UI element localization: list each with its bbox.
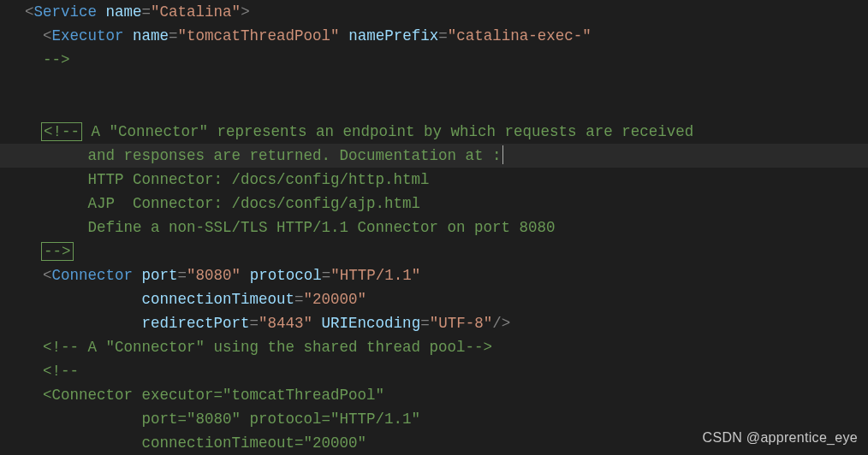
comment-close: --> — [41, 242, 74, 261]
comment-open: <!-- — [41, 122, 82, 141]
watermark: CSDN @apprentice_eye — [703, 426, 858, 450]
attr-value: "8443" — [259, 315, 312, 332]
attr-value: "catalina-exec-" — [448, 27, 592, 44]
code-line[interactable]: redirectPort="8443" URIEncoding="UTF-8"/… — [0, 311, 868, 335]
comment-text: A "Connector" represents an endpoint by … — [82, 123, 693, 140]
attr-name: name — [133, 27, 169, 44]
tag-executor: Executor — [52, 27, 124, 44]
comment-text: A "Connector" using the shared thread po… — [79, 339, 466, 356]
angle-bracket: < — [25, 3, 34, 21]
code-line[interactable]: <!-- — [0, 359, 868, 383]
angle-bracket: < — [43, 27, 52, 44]
code-line[interactable]: <Executor name="tomcatThreadPool" namePr… — [0, 24, 868, 48]
comment-close: --> — [466, 339, 493, 356]
code-line[interactable]: <Connector port="8080" protocol="HTTP/1.… — [0, 263, 868, 287]
attr-redirect-port: redirectPort — [142, 315, 250, 332]
angle-bracket: < — [43, 267, 52, 284]
comment-open: <!-- — [43, 363, 79, 380]
attr-value: "tomcatThreadPool" — [178, 27, 340, 44]
code-line[interactable]: <Service name="Catalina"> — [0, 0, 868, 24]
attr-value: "UTF-8" — [430, 315, 493, 332]
self-close: /> — [492, 315, 510, 332]
tag-connector: Connector — [52, 267, 134, 284]
code-line[interactable]: --> — [0, 239, 868, 263]
attr-uriencoding: URIEncoding — [322, 315, 421, 332]
code-line-current[interactable]: and responses are returned. Documentatio… — [0, 144, 868, 168]
text-cursor — [502, 145, 503, 164]
comment-open: <!-- — [43, 339, 79, 356]
comment-close: --> — [43, 51, 70, 68]
attr-port: port — [142, 267, 178, 284]
code-line[interactable] — [0, 96, 868, 120]
attr-value: "HTTP/1.1" — [330, 267, 420, 284]
code-line[interactable]: <!-- A "Connector" represents an endpoin… — [0, 120, 868, 144]
comment-text: and responses are returned. Documentatio… — [88, 147, 502, 164]
angle-bracket: > — [241, 3, 250, 21]
code-line[interactable]: <Connector executor="tomcatThreadPool" — [0, 383, 868, 407]
tag-service: Service — [34, 3, 98, 21]
attr-protocol: protocol — [250, 267, 322, 284]
code-line[interactable]: HTTP Connector: /docs/config/http.html — [0, 168, 868, 192]
attr-connection-timeout: connectionTimeout — [142, 291, 295, 308]
attr-value: "8080" — [187, 267, 241, 284]
code-line[interactable]: connectionTimeout="20000" — [0, 287, 868, 311]
attr-nameprefix: namePrefix — [348, 27, 438, 44]
comment-text: Define a non-SSL/TLS HTTP/1.1 Connector … — [88, 219, 556, 236]
comment-text: <Connector executor="tomcatThreadPool" — [43, 387, 384, 404]
attr-name: name — [106, 3, 142, 21]
code-line[interactable]: --> — [0, 48, 868, 72]
attr-value: "Catalina" — [151, 3, 241, 21]
comment-text: port="8080" protocol="HTTP/1.1" — [142, 411, 421, 428]
comment-text: HTTP Connector: /docs/config/http.html — [88, 171, 430, 188]
code-editor[interactable]: <Service name="Catalina"> <Executor name… — [0, 0, 868, 455]
code-line[interactable] — [0, 72, 868, 96]
attr-value: "20000" — [304, 291, 367, 308]
code-line[interactable]: <!-- A "Connector" using the shared thre… — [0, 335, 868, 359]
code-line[interactable]: AJP Connector: /docs/config/ajp.html — [0, 192, 868, 216]
comment-text: connectionTimeout="20000" — [142, 434, 367, 452]
code-line[interactable]: Define a non-SSL/TLS HTTP/1.1 Connector … — [0, 216, 868, 239]
comment-text: AJP Connector: /docs/config/ajp.html — [88, 195, 421, 212]
